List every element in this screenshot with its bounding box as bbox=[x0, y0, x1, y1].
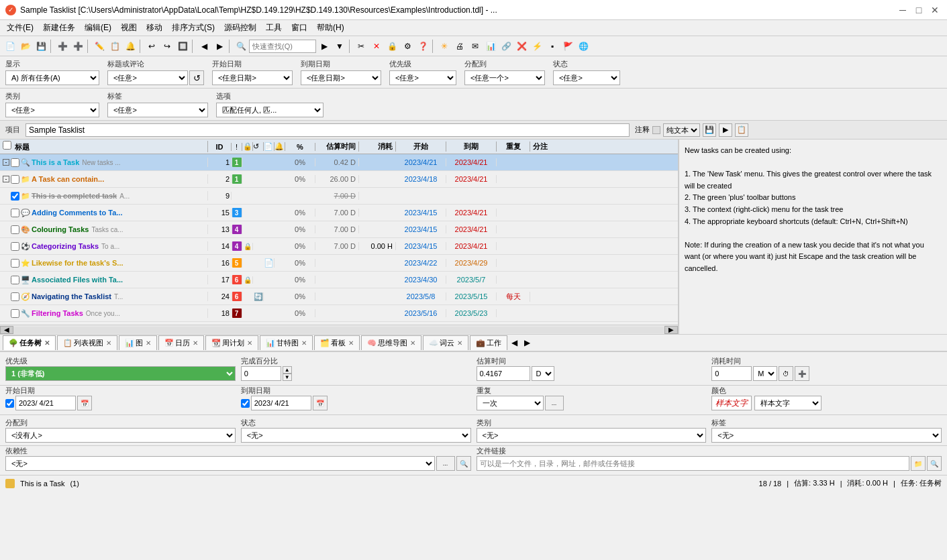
depend-search-btn[interactable]: 🔍 bbox=[456, 456, 471, 471]
task-checkbox[interactable] bbox=[11, 276, 19, 284]
tb-search-drop[interactable]: ▼ bbox=[332, 39, 347, 54]
table-row[interactable]: ⭐ Likewise for the task's S... 16 5 📄 0%… bbox=[0, 255, 678, 272]
tb-flag[interactable]: 🚩 bbox=[560, 39, 575, 54]
close-button[interactable]: ✕ bbox=[928, 3, 942, 17]
menu-move[interactable]: 移动 bbox=[142, 21, 166, 35]
filter-start-select[interactable]: <任意日期> bbox=[212, 70, 293, 85]
tb-add[interactable]: ➕ bbox=[55, 39, 70, 54]
scroll-track[interactable] bbox=[13, 327, 664, 333]
scroll-right-btn[interactable]: ▶ bbox=[664, 326, 678, 334]
project-input[interactable] bbox=[26, 123, 630, 137]
detail-depend-select[interactable]: <无> bbox=[5, 456, 435, 471]
tab-nav-left[interactable]: ◀ bbox=[509, 337, 520, 349]
detail-est-input[interactable] bbox=[477, 366, 530, 381]
filter-title-refresh[interactable]: ↺ bbox=[189, 70, 204, 85]
detail-status-select[interactable]: <无> bbox=[241, 428, 471, 443]
due-calendar-btn[interactable]: 📅 bbox=[313, 396, 328, 410]
task-checkbox[interactable] bbox=[11, 175, 19, 184]
filter-due-select[interactable]: <任意日期> bbox=[301, 70, 381, 85]
task-checkbox[interactable] bbox=[11, 209, 19, 217]
menu-window[interactable]: 窗口 bbox=[287, 21, 311, 35]
detail-color-select[interactable]: 样本文字 bbox=[754, 396, 821, 410]
tab-work[interactable]: 💼 工作 bbox=[470, 335, 507, 350]
tab-close-btn[interactable]: ✕ bbox=[457, 339, 462, 347]
tb-redo[interactable]: ↪ bbox=[160, 39, 175, 54]
task-checkbox[interactable] bbox=[11, 309, 19, 318]
select-all-checkbox[interactable] bbox=[3, 141, 11, 150]
tb-left[interactable]: ◀ bbox=[197, 39, 211, 54]
tb-flash[interactable]: ⚡ bbox=[530, 39, 544, 54]
task-checkbox[interactable] bbox=[11, 242, 19, 251]
tb-bell[interactable]: 🔔 bbox=[123, 39, 138, 54]
table-row[interactable]: 📁 This is a completed task A... 9 7.00 D bbox=[0, 188, 678, 205]
tb-x2[interactable]: ❌ bbox=[514, 39, 529, 54]
tab-task-tree[interactable]: 🌳 任务树 ✕ bbox=[3, 335, 56, 350]
tab-nav-right[interactable]: ▶ bbox=[521, 337, 533, 349]
menu-help[interactable]: 帮助(H) bbox=[313, 21, 348, 35]
notes-save-btn[interactable]: 💾 bbox=[703, 123, 716, 137]
filter-display-select[interactable]: A) 所有任务(A) bbox=[5, 70, 99, 85]
table-row[interactable]: 🎨 Colouring Tasks Tasks ca... 13 4 0% 7.… bbox=[0, 221, 678, 238]
minimize-button[interactable]: ─ bbox=[896, 3, 909, 17]
task-checkbox[interactable] bbox=[11, 259, 19, 268]
task-checkbox[interactable] bbox=[11, 292, 19, 301]
tb-lock[interactable]: 🔒 bbox=[385, 39, 399, 54]
tb-search-btn[interactable]: 🔍 bbox=[234, 39, 248, 54]
tb-save[interactable]: 💾 bbox=[34, 39, 48, 54]
expand-icon[interactable]: - bbox=[3, 176, 9, 182]
tab-list-view[interactable]: 📋 列表视图 ✕ bbox=[57, 335, 117, 350]
detail-category-select[interactable]: <无> bbox=[477, 428, 707, 443]
tab-chart[interactable]: 📊 图 ✕ bbox=[119, 335, 157, 350]
search-input[interactable] bbox=[249, 40, 316, 53]
filter-category-select[interactable]: <任意> bbox=[5, 103, 99, 117]
detail-spent-input[interactable] bbox=[711, 366, 752, 381]
detail-spent-unit[interactable]: M bbox=[753, 366, 777, 381]
tb-search-go[interactable]: ▶ bbox=[317, 39, 332, 54]
detail-filelink-input[interactable] bbox=[477, 456, 910, 471]
tab-close-btn[interactable]: ✕ bbox=[106, 339, 111, 347]
spent-timer-btn[interactable]: ⏱ bbox=[779, 366, 793, 381]
tb-globe[interactable]: 🌐 bbox=[576, 39, 591, 54]
tb-undo[interactable]: ↩ bbox=[144, 39, 159, 54]
maximize-button[interactable]: □ bbox=[912, 3, 926, 17]
tb-help[interactable]: ❓ bbox=[415, 39, 430, 54]
table-row[interactable]: - 🔍 This is a Task New tasks ... 1 1 0% … bbox=[0, 154, 678, 171]
filter-tag-select[interactable]: <任意> bbox=[107, 103, 208, 117]
task-checkbox[interactable] bbox=[11, 158, 19, 167]
h-scrollbar[interactable]: ◀ ▶ bbox=[0, 325, 678, 334]
notes-play-btn[interactable]: ▶ bbox=[719, 123, 732, 137]
filter-priority-select[interactable]: <任意> bbox=[389, 70, 456, 85]
completion-up-btn[interactable]: ▲ bbox=[283, 366, 292, 374]
tb-new[interactable]: 📄 bbox=[3, 39, 17, 54]
tab-weekly[interactable]: 📆 周计划 ✕ bbox=[205, 335, 258, 350]
menu-edit[interactable]: 编辑(E) bbox=[81, 21, 115, 35]
tab-close-btn[interactable]: ✕ bbox=[146, 339, 151, 347]
notes-type-select[interactable]: 纯文本 bbox=[663, 123, 700, 137]
expand-icon[interactable]: - bbox=[3, 159, 9, 166]
detail-assign-select[interactable]: <没有人> bbox=[5, 428, 236, 443]
table-row[interactable]: - 📁 A Task can contain... 2 1 0% 26.00 D… bbox=[0, 171, 678, 188]
tb-right[interactable]: ▶ bbox=[212, 39, 227, 54]
tab-close-btn[interactable]: ✕ bbox=[193, 339, 198, 347]
filter-assign-select[interactable]: <任意一个> bbox=[464, 70, 545, 85]
menu-new-task[interactable]: 新建任务 bbox=[39, 21, 79, 35]
tb-edit[interactable]: ✏️ bbox=[92, 39, 107, 54]
tab-gantt[interactable]: 📊 甘特图 ✕ bbox=[260, 335, 313, 350]
completion-down-btn[interactable]: ▼ bbox=[283, 374, 292, 381]
tab-calendar[interactable]: 📅 日历 ✕ bbox=[158, 335, 204, 350]
filter-status-select[interactable]: <任意> bbox=[553, 70, 620, 85]
tb-delete[interactable]: ✕ bbox=[369, 39, 384, 54]
detail-est-unit[interactable]: D bbox=[532, 366, 554, 381]
due-date-checkbox[interactable] bbox=[241, 399, 250, 408]
depend-detail-btn[interactable]: ... bbox=[436, 456, 455, 471]
tab-close-btn[interactable]: ✕ bbox=[44, 339, 50, 347]
tb-settings[interactable]: ⚙ bbox=[400, 39, 415, 54]
tb-copy[interactable]: 📋 bbox=[107, 39, 122, 54]
filter-title-select[interactable]: <任意> bbox=[107, 70, 188, 85]
tab-kanban[interactable]: 🗂️ 看板 ✕ bbox=[314, 335, 360, 350]
filelink-browse-btn[interactable]: 📁 bbox=[911, 456, 926, 471]
notes-copy-btn[interactable]: 📋 bbox=[735, 123, 748, 137]
menu-tools[interactable]: 工具 bbox=[262, 21, 286, 35]
filter-options-select[interactable]: 匹配任何人, 匹... bbox=[216, 103, 323, 117]
tb-cut[interactable]: ✂ bbox=[354, 39, 368, 54]
